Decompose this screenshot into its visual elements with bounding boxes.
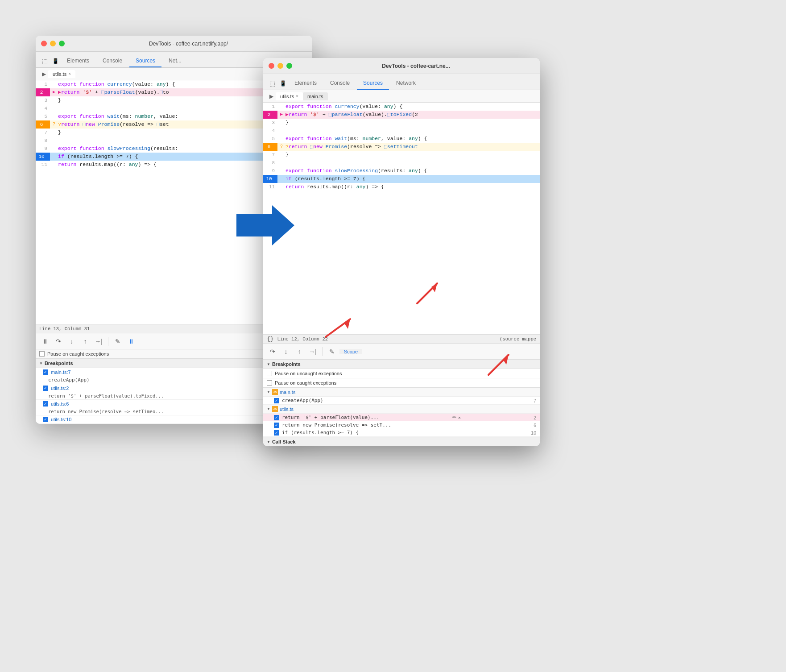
bp-check-main-back[interactable]	[43, 369, 48, 375]
step-next-back[interactable]: →|	[93, 336, 104, 347]
pause-btn-back[interactable]: ⏸	[39, 336, 51, 347]
pause-exceptions-checkbox-back[interactable]	[39, 351, 45, 357]
file-icon-utils-front: JS	[272, 406, 278, 412]
window-controls-front	[269, 63, 292, 69]
bp-item-utils6-front: return new Promise(resolve => setT... 6	[263, 421, 540, 429]
triangle-icon-back: ▼	[39, 361, 43, 365]
window-title-front: DevTools - coffee-cart.ne...	[298, 63, 534, 69]
bp-code-utils2-back: return '$' + parseFloat(value).toFixed..…	[48, 393, 164, 398]
tab-sources-front[interactable]: Sources	[357, 77, 389, 90]
bp-group-header-main-front[interactable]: ▼ JS main.ts	[263, 388, 540, 397]
bp-code-main-front: createApp(App)	[282, 398, 323, 403]
bp-group-utils-front: ▼ JS utils.ts return '$' + parseFloat(va…	[263, 405, 540, 437]
cursor-position-front: Line 12, Column 22	[277, 335, 328, 343]
delete-bp-icon[interactable]: ×	[458, 415, 461, 420]
dot-green-front[interactable]	[286, 63, 292, 69]
inspect-icon-front[interactable]: ⬚	[267, 77, 277, 90]
bp-check-utils6-front[interactable]	[274, 423, 279, 428]
step-into-back[interactable]: ↓	[66, 336, 78, 347]
tab-elements-front[interactable]: Elements	[288, 77, 323, 90]
bp-item-utils2-front: return '$' + parseFloat(value)... ✏ × 2	[263, 414, 540, 421]
file-tab-name-utils-front: utils.ts	[280, 94, 294, 99]
tab-network-back[interactable]: Net...	[162, 55, 188, 67]
pause-btn2-back[interactable]: ⏸	[125, 336, 137, 347]
dot-red-front[interactable]	[269, 63, 274, 69]
file-panel-toggle[interactable]: ▶	[39, 71, 48, 77]
pause-uncaught-checkbox[interactable]	[267, 371, 272, 376]
bp-group-header-utils-front[interactable]: ▼ JS utils.ts	[263, 405, 540, 414]
inspect-icon-back[interactable]: ⬚	[39, 55, 50, 67]
triangle-utils-front: ▼	[267, 407, 270, 411]
deactivate-bp-front[interactable]: ✎	[326, 346, 338, 357]
triangle-callstack-icon: ▼	[267, 440, 270, 444]
svg-marker-6	[503, 355, 509, 365]
bp-check-utils2-back[interactable]	[43, 386, 48, 391]
pause-caught-checkbox[interactable]	[267, 380, 272, 386]
tab-elements-back[interactable]: Elements	[61, 55, 95, 67]
svg-line-3	[326, 319, 350, 337]
bp-filename-utils2-back: utils.ts:2	[51, 386, 69, 391]
bp-check-utils2-front[interactable]	[274, 415, 279, 420]
breakpoints-title-back: Breakpoints	[45, 361, 73, 366]
svg-marker-2	[431, 283, 437, 292]
deactivate-bp-back[interactable]: ✎	[112, 336, 124, 347]
step-next-front[interactable]: →|	[307, 346, 319, 357]
title-bar-back: DevTools - coffee-cart.netlify.app/	[36, 36, 312, 52]
bp-linenum-utils6-front: 6	[534, 423, 536, 428]
bp-check-utils6-back[interactable]	[43, 401, 48, 407]
code-line-3-front: 3 }	[263, 119, 540, 127]
tab-sources-back[interactable]: Sources	[129, 55, 161, 67]
dot-green-back[interactable]	[59, 41, 65, 46]
bp-filename-main-back: main.ts:7	[51, 369, 71, 375]
bp-code-utils10-front: if (results.length >= 7) {	[282, 430, 359, 436]
bp-check-utils10-back[interactable]	[43, 417, 48, 422]
file-icon-main-front: JS	[272, 389, 278, 395]
device-icon-front[interactable]: 📱	[277, 77, 288, 90]
dot-red-back[interactable]	[41, 41, 47, 46]
file-tab-close-back[interactable]: ×	[68, 71, 71, 76]
tab-console-back[interactable]: Console	[96, 55, 128, 67]
pause-uncaught-label: Pause on uncaught exceptions	[275, 371, 342, 376]
file-tab-utils-back[interactable]: utils.ts ×	[48, 70, 75, 78]
code-line-9-front: 9 export function slowProcessing(results…	[263, 167, 540, 175]
devtools-window-front: DevTools - coffee-cart.ne... ⬚ 📱 Element…	[263, 58, 540, 446]
code-line-7-front: 7 }	[263, 151, 540, 159]
breakpoints-title-front: Breakpoints	[272, 361, 301, 367]
call-stack-header[interactable]: ▼ Call Stack	[263, 437, 540, 446]
bp-code-utils6-front: return new Promise(resolve => setT...	[282, 422, 391, 428]
bp-filename-utils6-back: utils.ts:6	[51, 401, 69, 407]
bp-group-main-front: ▼ JS main.ts createApp(App) 7	[263, 388, 540, 405]
bp-check-main-front[interactable]	[274, 398, 279, 403]
device-icon-back[interactable]: 📱	[50, 55, 61, 67]
tab-network-front[interactable]: Network	[390, 77, 422, 90]
step-into-front[interactable]: ↓	[280, 346, 292, 357]
step-out-back[interactable]: ↑	[79, 336, 91, 347]
edit-bp-icon[interactable]: ✏	[452, 415, 456, 420]
status-left-front: {} Line 12, Column 22	[267, 335, 328, 343]
bp-code-utils2-front: return '$' + parseFloat(value)...	[282, 415, 380, 420]
code-line-2-front: 2 ▶ ▶return '$' + ⬚parseFloat(value).⬚to…	[263, 111, 540, 119]
file-tab-utils-front[interactable]: utils.ts ×	[276, 92, 303, 100]
file-panel-toggle-front[interactable]: ▶	[267, 93, 276, 100]
cursor-position-back: Line 13, Column 31	[39, 325, 90, 333]
bp-group-name-main-front: main.ts	[280, 390, 295, 395]
scope-label: Scope	[339, 349, 362, 354]
step-over-front[interactable]: ↷	[267, 346, 278, 357]
dot-yellow-back[interactable]	[50, 41, 56, 46]
file-tab-close-utils-front[interactable]: ×	[296, 94, 298, 99]
bp-check-utils10-front[interactable]	[274, 430, 279, 436]
step-over-back[interactable]: ↷	[53, 336, 64, 347]
bp-linenum-utils10-front: 10	[531, 430, 536, 436]
code-line-10-front: 10 if (results.length >= 7) {	[263, 175, 540, 183]
triangle-icon-front: ▼	[267, 362, 270, 366]
bp-linenum-main-front: 7	[534, 398, 536, 403]
tab-console-front[interactable]: Console	[324, 77, 356, 90]
red-arrow-3	[484, 350, 515, 379]
file-tab-main-front[interactable]: main.ts	[303, 92, 327, 100]
step-out-front[interactable]: ↑	[294, 346, 305, 357]
bp-filename-utils10-back: utils.ts:10	[51, 417, 71, 422]
debug-sep1-back	[108, 337, 108, 346]
title-bar-front: DevTools - coffee-cart.ne...	[263, 58, 540, 74]
window-title-back: DevTools - coffee-cart.netlify.app/	[70, 41, 307, 47]
dot-yellow-front[interactable]	[277, 63, 283, 69]
